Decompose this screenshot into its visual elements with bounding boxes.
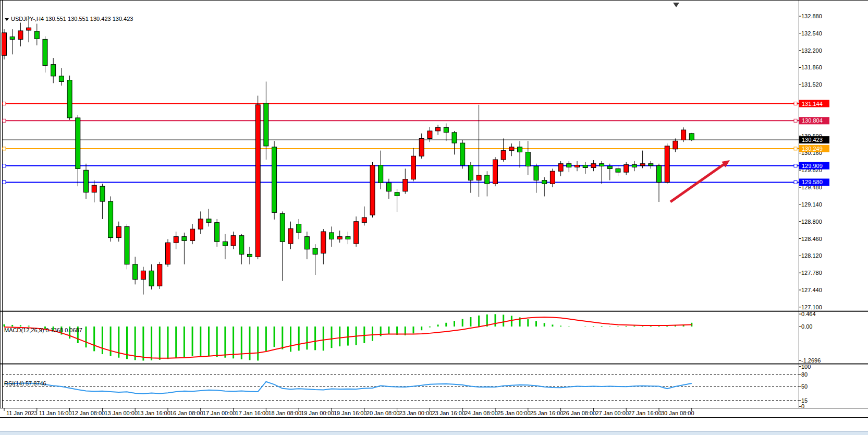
candle [141, 271, 145, 279]
svg-text:25 Jan 16:00: 25 Jan 16:00 [530, 410, 564, 416]
candle [640, 164, 645, 166]
candle [182, 237, 187, 241]
svg-text:16 Jan 08:00: 16 Jan 08:00 [170, 410, 203, 416]
candle [542, 180, 547, 184]
candle [378, 165, 383, 183]
candle [550, 171, 555, 184]
candle [321, 232, 326, 253]
svg-text:129.140: 129.140 [801, 201, 822, 208]
line-handle[interactable] [3, 147, 6, 150]
candle [600, 164, 604, 166]
line-handle[interactable] [3, 102, 6, 105]
candle [264, 103, 268, 146]
candle [116, 226, 121, 237]
line-handle[interactable] [794, 119, 797, 122]
svg-text:127.780: 127.780 [801, 270, 822, 276]
candle [157, 264, 162, 286]
line-handle[interactable] [3, 180, 6, 184]
candle [509, 147, 514, 151]
candle [223, 241, 227, 246]
svg-text:130.249: 130.249 [802, 146, 823, 152]
candle [304, 237, 309, 249]
candle [386, 183, 391, 191]
svg-text:132.540: 132.540 [801, 30, 822, 37]
svg-text:0.464: 0.464 [801, 311, 816, 317]
svg-text:18 Jan 08:00: 18 Jan 08:00 [268, 410, 301, 416]
candle [575, 165, 580, 167]
svg-text:23 Jan 00:00: 23 Jan 00:00 [399, 410, 433, 416]
svg-text:132.880: 132.880 [801, 13, 822, 19]
candle [84, 170, 89, 192]
candle [18, 31, 23, 39]
line-handle[interactable] [794, 164, 797, 167]
svg-text:0: 0 [801, 403, 804, 409]
candle [558, 164, 563, 171]
svg-text:128.460: 128.460 [801, 236, 822, 242]
candle [313, 248, 317, 255]
candle [354, 222, 359, 244]
candle [411, 156, 416, 179]
svg-text:131.520: 131.520 [801, 81, 822, 88]
collapse-triangle-icon[interactable] [5, 18, 9, 21]
candle [485, 175, 490, 184]
svg-text:129.909: 129.909 [802, 163, 823, 169]
candle [272, 147, 277, 212]
candle [100, 186, 105, 201]
svg-text:27 Jan 00:00: 27 Jan 00:00 [595, 410, 629, 416]
candle [198, 219, 203, 229]
candle [518, 147, 522, 152]
bottom-scrollbar[interactable] [0, 431, 868, 435]
svg-text:24 Jan 08:00: 24 Jan 08:00 [464, 410, 498, 416]
candle [632, 165, 637, 167]
candle [395, 192, 399, 196]
candle [43, 39, 47, 65]
svg-text:13 Jan 00:00: 13 Jan 00:00 [104, 410, 138, 416]
candle [329, 233, 334, 239]
candle [231, 236, 236, 246]
candle [525, 152, 530, 166]
chart-canvas[interactable]: 132.880132.540132.200131.860131.520130.5… [0, 0, 868, 422]
line-handle[interactable] [794, 180, 797, 184]
line-handle[interactable] [3, 164, 6, 167]
candle [583, 165, 588, 168]
candle [476, 175, 481, 180]
svg-text:11 Jan 2023: 11 Jan 2023 [6, 410, 38, 416]
candle [27, 28, 31, 30]
candle [51, 65, 56, 76]
candle [125, 226, 129, 264]
svg-text:127.440: 127.440 [801, 287, 822, 293]
candle [649, 164, 653, 166]
candle [403, 179, 408, 191]
candle [215, 223, 219, 242]
candle [248, 254, 252, 257]
svg-text:30 Jan 08:00: 30 Jan 08:00 [661, 410, 694, 416]
candle [468, 165, 473, 180]
rsi-indicator-label: RSI(14) 57.8746 [4, 380, 46, 386]
candle [427, 131, 432, 138]
date-axis: 11 Jan 202311 Jan 16:0012 Jan 08:0013 Ja… [4, 408, 694, 416]
candle [10, 37, 15, 40]
candle [534, 166, 539, 180]
candle [239, 236, 244, 255]
candle [616, 168, 620, 172]
svg-text:129.580: 129.580 [802, 179, 823, 185]
svg-text:50: 50 [801, 383, 808, 390]
candle [493, 160, 498, 184]
line-handle[interactable] [794, 102, 797, 105]
line-handle[interactable] [794, 147, 797, 150]
candle [452, 132, 457, 143]
macd-indicator-label: MACD(12,26,9) 0.1368 0.0687 [4, 327, 82, 333]
svg-text:27 Jan 16:00: 27 Jan 16:00 [628, 410, 662, 416]
candle [567, 164, 571, 167]
svg-text:132.200: 132.200 [801, 47, 822, 54]
candle [362, 218, 366, 223]
candle [67, 80, 72, 118]
svg-text:25 Jan 00:00: 25 Jan 00:00 [497, 410, 531, 416]
candle [174, 237, 178, 243]
svg-text:0.00: 0.00 [801, 323, 812, 330]
svg-text:130.423: 130.423 [802, 137, 823, 143]
line-handle[interactable] [3, 119, 6, 122]
svg-text:100: 100 [801, 364, 811, 370]
candle [436, 127, 441, 131]
candle [419, 138, 424, 156]
